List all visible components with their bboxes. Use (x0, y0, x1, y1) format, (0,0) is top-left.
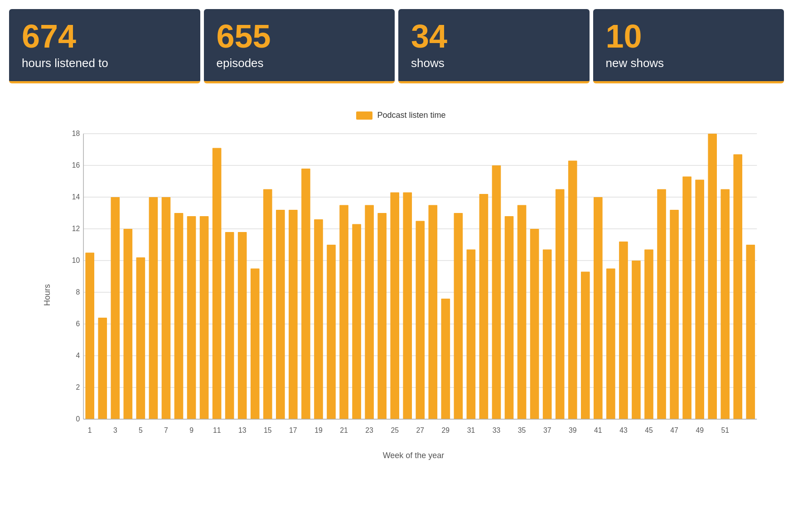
svg-text:11: 11 (213, 426, 221, 434)
svg-rect-44 (390, 193, 399, 420)
svg-rect-20 (85, 253, 94, 420)
svg-rect-31 (225, 232, 234, 419)
svg-text:51: 51 (721, 426, 729, 434)
stat-number-episodes: 655 (217, 20, 382, 53)
svg-rect-41 (352, 224, 361, 420)
svg-rect-68 (695, 180, 704, 420)
svg-text:21: 21 (340, 426, 348, 434)
svg-rect-72 (746, 245, 755, 419)
stat-label-new-shows: new shows (606, 56, 772, 70)
svg-text:6: 6 (76, 320, 80, 328)
svg-rect-63 (632, 261, 641, 419)
svg-text:7: 7 (164, 426, 168, 434)
svg-text:31: 31 (467, 426, 475, 434)
stat-card-episodes: 655 episodes (204, 9, 395, 83)
svg-rect-57 (556, 189, 565, 420)
stat-card-hours: 674 hours listened to (9, 9, 200, 83)
svg-text:41: 41 (594, 426, 602, 434)
svg-rect-42 (365, 205, 374, 420)
svg-text:3: 3 (113, 426, 117, 434)
svg-rect-71 (733, 155, 742, 420)
svg-rect-34 (263, 189, 272, 420)
svg-rect-26 (162, 197, 171, 419)
stat-label-episodes: episodes (217, 56, 382, 70)
svg-rect-29 (200, 216, 209, 419)
svg-text:45: 45 (645, 426, 653, 434)
svg-rect-66 (670, 210, 679, 419)
svg-rect-48 (441, 299, 450, 419)
svg-text:14: 14 (72, 193, 80, 201)
chart-area: 0246810121416181357911131517192123252729… (61, 129, 766, 446)
legend-label: Podcast listen time (377, 111, 445, 120)
svg-text:0: 0 (76, 415, 80, 423)
svg-text:8: 8 (76, 288, 80, 296)
svg-text:12: 12 (72, 225, 80, 232)
stat-number-shows: 34 (411, 20, 577, 53)
svg-rect-52 (492, 165, 501, 419)
svg-rect-55 (530, 229, 539, 419)
svg-rect-23 (124, 229, 133, 419)
svg-rect-22 (111, 197, 120, 419)
svg-text:47: 47 (670, 426, 678, 434)
stat-card-new-shows: 10 new shows (593, 9, 784, 83)
svg-rect-38 (314, 219, 323, 419)
svg-rect-24 (136, 257, 145, 419)
svg-text:4: 4 (76, 352, 80, 359)
svg-text:35: 35 (518, 426, 526, 434)
svg-text:37: 37 (543, 426, 551, 434)
svg-rect-46 (416, 221, 425, 420)
svg-rect-27 (174, 213, 184, 419)
stat-card-shows: 34 shows (398, 9, 590, 83)
svg-rect-69 (708, 134, 717, 419)
svg-rect-61 (606, 269, 615, 420)
svg-text:15: 15 (264, 426, 272, 434)
stat-label-shows: shows (411, 56, 577, 70)
chart-legend: Podcast listen time (36, 111, 766, 120)
svg-rect-21 (98, 318, 107, 419)
stat-label-hours: hours listened to (22, 56, 188, 70)
svg-text:10: 10 (72, 256, 80, 264)
svg-rect-59 (581, 272, 590, 420)
svg-rect-39 (327, 245, 336, 419)
svg-text:18: 18 (72, 130, 80, 137)
svg-rect-51 (479, 194, 488, 419)
svg-text:19: 19 (314, 426, 323, 434)
svg-text:39: 39 (569, 426, 577, 434)
y-axis-label: Hours (43, 284, 52, 305)
svg-rect-28 (187, 216, 196, 419)
svg-rect-47 (428, 205, 437, 420)
svg-rect-49 (454, 213, 463, 419)
svg-text:16: 16 (72, 161, 80, 169)
svg-rect-45 (403, 193, 412, 420)
svg-text:13: 13 (238, 426, 247, 434)
stat-number-hours: 674 (22, 20, 188, 53)
svg-rect-60 (594, 197, 603, 419)
svg-text:49: 49 (696, 426, 704, 434)
svg-rect-43 (377, 213, 387, 419)
svg-rect-67 (682, 177, 691, 420)
svg-rect-53 (505, 216, 514, 419)
svg-rect-33 (251, 269, 260, 420)
x-axis-label: Week of the year (61, 451, 766, 460)
legend-swatch (356, 111, 372, 120)
svg-rect-50 (467, 250, 476, 420)
svg-rect-54 (517, 205, 527, 420)
svg-rect-37 (301, 169, 310, 419)
svg-text:5: 5 (139, 426, 143, 434)
svg-rect-25 (149, 197, 158, 419)
svg-rect-36 (289, 210, 298, 419)
svg-text:9: 9 (189, 426, 193, 434)
svg-text:25: 25 (391, 426, 399, 434)
svg-text:33: 33 (493, 426, 501, 434)
svg-text:29: 29 (442, 426, 450, 434)
svg-rect-35 (276, 210, 285, 419)
svg-text:23: 23 (365, 426, 373, 434)
stats-row: 674 hours listened to 655 episodes 34 sh… (9, 9, 784, 83)
svg-text:17: 17 (289, 426, 297, 434)
svg-rect-32 (238, 232, 247, 419)
svg-text:43: 43 (619, 426, 628, 434)
svg-rect-40 (339, 205, 348, 420)
svg-text:27: 27 (416, 426, 425, 434)
svg-rect-64 (644, 250, 653, 420)
stat-number-new-shows: 10 (606, 20, 772, 53)
